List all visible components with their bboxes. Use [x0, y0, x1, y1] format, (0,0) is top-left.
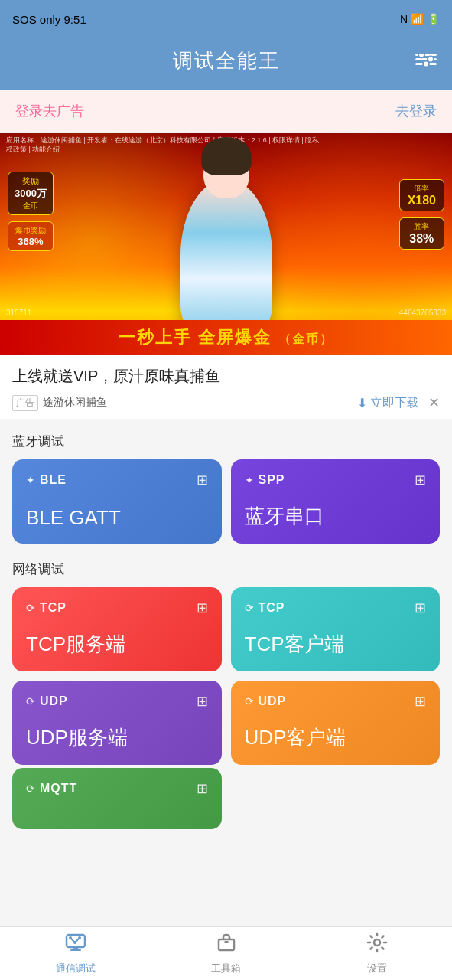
ad-winrate-value: 38%: [408, 232, 436, 246]
nav-settings-label: 设置: [367, 962, 387, 975]
svg-rect-11: [70, 949, 81, 951]
mqtt-card-header: ⟳ MQTT ⊞: [26, 780, 208, 797]
ad-label: 广告: [12, 395, 38, 411]
tcp-client-header: ⟳ TCP ⊞: [245, 599, 427, 616]
tcp-client-card[interactable]: ⟳ TCP ⊞ TCP客户端: [231, 587, 441, 671]
settings-nav-icon: [366, 932, 388, 959]
ad-download-button[interactable]: ⬇ 立即下载: [357, 395, 419, 411]
udp-client-card[interactable]: ⟳ UDP ⊞ UDP客户端: [231, 681, 441, 765]
udp-server-icon: ⟳: [26, 695, 35, 707]
ad-bar: 登录去广告 去登录: [0, 90, 452, 133]
tcp-server-menu-icon[interactable]: ⊞: [197, 599, 208, 616]
udp-server-card[interactable]: ⟳ UDP ⊞ UDP服务端: [12, 681, 222, 765]
ble-card-header: ✦ BLE ⊞: [26, 472, 208, 488]
download-icon: ⬇: [357, 396, 367, 410]
tcp-client-protocol: ⟳ TCP: [245, 601, 285, 615]
app-title: 调试全能王: [173, 47, 280, 74]
udp-client-protocol-text: UDP: [259, 694, 287, 708]
mqtt-card[interactable]: ⟳ MQTT ⊞: [12, 768, 222, 829]
svg-point-7: [69, 936, 72, 939]
ble-gatt-card[interactable]: ✦ BLE ⊞ BLE GATT: [12, 459, 222, 544]
network-section-label: 网络调试: [12, 547, 440, 587]
mqtt-row: ⟳ MQTT ⊞: [12, 768, 440, 829]
nav-comm-debug[interactable]: 通信调试: [0, 932, 151, 975]
ad-prize-value: 3000万: [15, 187, 47, 201]
udp-server-protocol-text: UDP: [40, 694, 68, 708]
ad-prize-left: 奖励 3000万 金币 爆币奖励 368%: [8, 172, 54, 251]
download-label: 立即下载: [370, 395, 419, 411]
svg-rect-13: [224, 941, 229, 943]
status-time: SOS only 9:51: [12, 13, 86, 26]
signal-icon: 📶: [411, 13, 424, 25]
ad-explosion-box: 爆币奖励 368%: [8, 221, 54, 251]
ad-app-info-text: 应用名称：途游休闲捕鱼 | 开发者：在线途游（北京）科技有限公司 | 应用版本：…: [6, 136, 323, 154]
spp-menu-icon[interactable]: ⊞: [415, 472, 426, 488]
ad-app-name: 途游休闲捕鱼: [43, 396, 107, 410]
tcp-client-protocol-text: TCP: [259, 601, 285, 615]
ble-protocol-text: BLE: [40, 473, 67, 487]
login-remove-ads-link[interactable]: 登录去广告: [15, 102, 84, 120]
ad-bottom-row: 广告 途游休闲捕鱼 ⬇ 立即下载 ✕: [12, 394, 440, 411]
svg-point-8: [78, 936, 81, 939]
settings-icon[interactable]: [415, 54, 437, 75]
ad-banner-container: 应用名称：途游休闲捕鱼 | 开发者：在线途游（北京）科技有限公司 | 应用版本：…: [0, 133, 452, 419]
tcp-server-card[interactable]: ⟳ TCP ⊞ TCP服务端: [12, 587, 222, 671]
ad-prize-sub: 金币: [15, 201, 47, 211]
ad-gold-label: （金币）: [278, 332, 333, 345]
score-left: 315711: [6, 309, 31, 317]
nav-toolbox[interactable]: 工具箱: [151, 932, 301, 975]
spp-card-title: 蓝牙串口: [245, 503, 427, 530]
ad-rate-value: X180: [408, 194, 436, 207]
tcp-server-header: ⟳ TCP ⊞: [26, 599, 208, 616]
ad-winrate-box: 胜率 38%: [399, 217, 444, 250]
ble-protocol: ✦ BLE: [26, 473, 67, 487]
ble-menu-icon[interactable]: ⊞: [197, 472, 208, 488]
svg-point-2: [418, 54, 424, 58]
nfc-icon: N: [400, 13, 408, 25]
ad-banner-image[interactable]: 应用名称：途游休闲捕鱼 | 开发者：在线途游（北京）科技有限公司 | 应用版本：…: [0, 133, 452, 355]
ad-prize-label: 奖励: [15, 175, 47, 187]
score-right: 44643705333: [399, 309, 446, 317]
ad-info-section: 上线就送VIP，原汁原味真捕鱼 广告 途游休闲捕鱼 ⬇ 立即下载 ✕: [0, 355, 452, 419]
ad-explosion-label: 爆币奖励: [15, 225, 47, 236]
ad-character: [165, 179, 288, 332]
mqtt-protocol-text: MQTT: [40, 782, 77, 795]
svg-point-9: [73, 941, 76, 944]
spp-card-header: ✦ SPP ⊞: [245, 472, 427, 488]
go-login-link[interactable]: 去登录: [395, 102, 437, 120]
tcp-client-title: TCP客户端: [245, 631, 427, 658]
nav-comm-label: 通信调试: [56, 962, 96, 975]
tcp-server-title: TCP服务端: [26, 631, 208, 658]
ad-rate-box: 倍率 X180: [399, 179, 444, 211]
bluetooth-icon: ✦: [26, 474, 35, 486]
status-icons: N 📶 🔋: [400, 13, 440, 25]
udp-client-menu-icon[interactable]: ⊞: [415, 693, 426, 710]
wifi-icon: 🔋: [427, 13, 440, 25]
tcp-server-protocol: ⟳ TCP: [26, 601, 67, 615]
network-cards-grid: ⟳ TCP ⊞ TCP服务端 ⟳ TCP ⊞ TCP客户端 ⟳: [12, 587, 440, 765]
ad-source: 广告 途游休闲捕鱼: [12, 395, 107, 411]
udp-client-icon: ⟳: [245, 695, 254, 707]
bluetooth-cards-grid: ✦ BLE ⊞ BLE GATT ✦ SPP ⊞ 蓝牙串口: [12, 459, 440, 544]
svg-rect-10: [73, 947, 78, 949]
tcp-server-protocol-text: TCP: [40, 601, 67, 615]
main-content: 蓝牙调试 ✦ BLE ⊞ BLE GATT ✦ SPP ⊞ 蓝牙串口: [0, 419, 452, 893]
spp-card[interactable]: ✦ SPP ⊞ 蓝牙串口: [231, 459, 441, 544]
nav-settings[interactable]: 设置: [301, 932, 452, 975]
ad-title: 上线就送VIP，原汁原味真捕鱼: [12, 366, 440, 387]
udp-server-header: ⟳ UDP ⊞: [26, 693, 208, 710]
tcp-client-icon: ⟳: [245, 602, 254, 614]
tcp-client-menu-icon[interactable]: ⊞: [415, 599, 426, 616]
udp-server-menu-icon[interactable]: ⊞: [197, 693, 208, 710]
udp-client-title: UDP客户端: [245, 724, 427, 751]
app-header: 调试全能王: [0, 38, 452, 90]
bottom-navigation: 通信调试 工具箱 设置: [0, 926, 452, 980]
mqtt-icon: ⟳: [26, 782, 35, 795]
ad-slogan: 一秒上手 全屏爆金 （金币）: [119, 328, 333, 347]
udp-server-title: UDP服务端: [26, 724, 208, 751]
ad-close-button[interactable]: ✕: [428, 394, 440, 411]
mqtt-menu-icon[interactable]: ⊞: [197, 780, 208, 797]
spp-protocol: ✦ SPP: [245, 473, 285, 487]
ad-prize-right: 倍率 X180 胜率 38%: [399, 179, 444, 250]
svg-point-14: [374, 939, 380, 946]
